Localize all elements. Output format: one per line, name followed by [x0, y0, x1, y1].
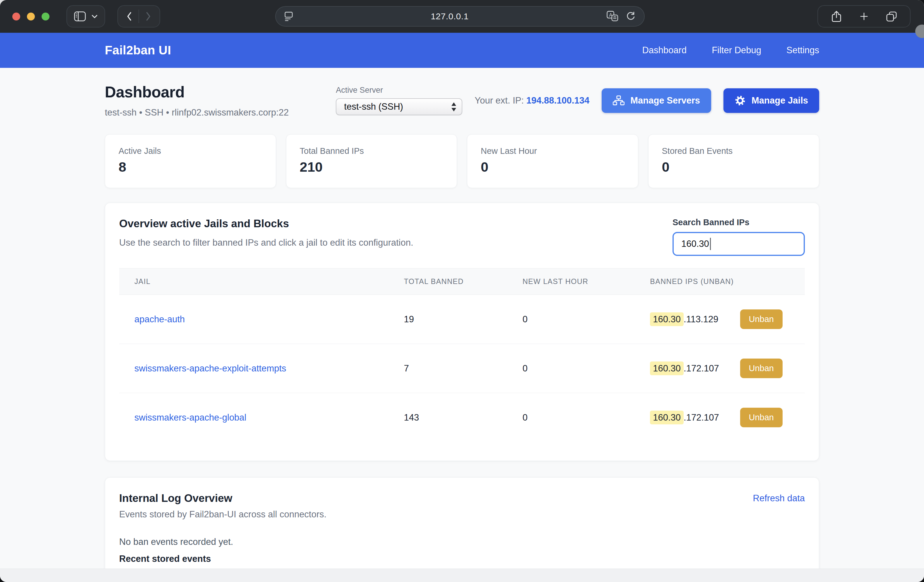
page-content: Dashboard test-ssh • SSH • rlinfp02.swis…	[0, 68, 924, 569]
stat-label: Stored Ban Events	[662, 146, 806, 156]
external-ip: Your ext. IP: 194.88.100.134	[475, 95, 589, 106]
ip-highlight: 160.30	[650, 411, 684, 424]
jails-table: JAIL TOTAL BANNED NEW LAST HOUR BANNED I…	[119, 268, 805, 442]
banned-ip: 160.30.172.107	[650, 413, 719, 423]
jail-link[interactable]: swissmakers-apache-exploit-attempts	[134, 363, 286, 373]
nav-link-settings[interactable]: Settings	[786, 45, 819, 56]
search-banned-ips-input[interactable]: 160.30	[673, 232, 805, 256]
manage-jails-button[interactable]: Manage Jails	[723, 88, 819, 113]
ip-rest: .172.107	[684, 413, 719, 423]
recent-stored-events-title: Recent stored events	[119, 554, 805, 564]
translate-icon[interactable]: A	[607, 11, 618, 22]
col-header-banned-ips: BANNED IPS (UNBAN)	[643, 268, 805, 295]
ip-rest: .113.129	[684, 314, 718, 324]
external-ip-value[interactable]: 194.88.100.134	[526, 95, 590, 105]
external-ip-label: Your ext. IP:	[475, 95, 524, 105]
ip-highlight: 160.30	[650, 362, 684, 375]
tab-overview-icon[interactable]	[886, 11, 897, 22]
ip-highlight: 160.30	[650, 312, 684, 326]
logs-description: Events stored by Fail2ban-UI across all …	[119, 509, 805, 520]
traffic-lights	[12, 13, 50, 20]
no-ban-events-text: No ban events recorded yet.	[119, 537, 805, 547]
table-row: swissmakers-apache-global 143 0 160.30.1…	[119, 393, 805, 442]
titlebar-right-group	[817, 5, 911, 28]
search-banned-ips-label: Search Banned IPs	[673, 218, 805, 227]
zoom-window-button[interactable]	[41, 13, 50, 20]
ip-rest: .172.107	[684, 363, 719, 373]
stat-card-total-banned: Total Banned IPs 210	[286, 134, 457, 188]
nav-link-filter-debug[interactable]: Filter Debug	[712, 45, 761, 56]
chevron-down-icon[interactable]	[92, 14, 97, 18]
banned-ip: 160.30.172.107	[650, 363, 719, 374]
stat-card-stored-events: Stored Ban Events 0	[648, 134, 820, 188]
active-server-value: test-ssh (SSH)	[344, 102, 451, 112]
stat-label: Active Jails	[119, 146, 262, 156]
page-subtitle: test-ssh • SSH • rlinfp02.swissmakers.co…	[105, 107, 289, 118]
table-header-row: JAIL TOTAL BANNED NEW LAST HOUR BANNED I…	[119, 268, 805, 295]
manage-servers-button[interactable]: Manage Servers	[602, 88, 711, 113]
window-bottom-strip	[0, 569, 924, 582]
forward-icon[interactable]	[139, 12, 157, 21]
sidebar-icon[interactable]	[74, 12, 86, 21]
table-row: swissmakers-apache-exploit-attempts 7 0 …	[119, 344, 805, 393]
unban-button[interactable]: Unban	[740, 309, 782, 329]
history-nav-group	[117, 5, 160, 28]
page-header: Dashboard test-ssh • SSH • rlinfp02.swis…	[105, 83, 819, 118]
stat-card-active-jails: Active Jails 8	[105, 134, 276, 188]
sidebar-toggle-group	[66, 5, 105, 28]
jails-overview-card: Overview active Jails and Blocks Use the…	[105, 203, 819, 461]
internal-log-card: Internal Log Overview Refresh data Event…	[105, 477, 819, 569]
browser-titlebar: 127.0.0.1 A	[0, 0, 924, 33]
total-banned-value: 7	[404, 363, 409, 373]
active-server-select[interactable]: test-ssh (SSH)	[336, 98, 462, 115]
url-text[interactable]: 127.0.0.1	[293, 12, 607, 21]
total-banned-value: 143	[404, 413, 419, 423]
browser-window: 127.0.0.1 A	[0, 0, 924, 582]
refresh-data-link[interactable]: Refresh data	[753, 493, 805, 504]
back-icon[interactable]	[120, 12, 139, 21]
table-row: apache-auth 19 0 160.30.113.129 Unban	[119, 295, 805, 344]
new-last-hour-value: 0	[523, 413, 528, 423]
col-header-new-last-hour: NEW LAST HOUR	[516, 268, 643, 295]
stat-value: 0	[481, 159, 624, 175]
logs-title: Internal Log Overview	[119, 492, 233, 505]
text-caret	[710, 238, 711, 250]
active-server-label: Active Server	[336, 86, 462, 95]
new-last-hour-value: 0	[523, 314, 528, 324]
nav-link-dashboard[interactable]: Dashboard	[642, 45, 686, 56]
manage-jails-label: Manage Jails	[752, 95, 808, 106]
close-window-button[interactable]	[12, 13, 20, 20]
page-title: Dashboard	[105, 83, 289, 101]
search-input-value: 160.30	[681, 238, 709, 249]
new-tab-icon[interactable]	[859, 12, 869, 21]
select-stepper-icon	[451, 102, 457, 112]
unban-button[interactable]: Unban	[740, 358, 782, 378]
jail-link[interactable]: swissmakers-apache-global	[134, 413, 246, 423]
overview-description: Use the search to filter banned IPs and …	[119, 237, 413, 248]
stat-card-new-last-hour: New Last Hour 0	[467, 134, 638, 188]
stat-value: 8	[119, 159, 262, 175]
share-icon[interactable]	[831, 10, 842, 23]
manage-servers-label: Manage Servers	[630, 95, 700, 106]
nav-links: Dashboard Filter Debug Settings	[642, 45, 819, 56]
jails-table-body: apache-auth 19 0 160.30.113.129 Unban sw…	[119, 295, 805, 442]
page-settings-icon[interactable]	[285, 12, 293, 21]
gear-icon	[734, 95, 746, 106]
banned-ip: 160.30.113.129	[650, 314, 718, 325]
stats-row: Active Jails 8 Total Banned IPs 210 New …	[105, 134, 819, 188]
address-bar[interactable]: 127.0.0.1 A	[275, 6, 645, 26]
sitemap-icon	[613, 95, 624, 106]
stat-value: 0	[662, 159, 806, 175]
stat-label: New Last Hour	[481, 146, 624, 156]
stat-value: 210	[300, 159, 444, 175]
minimize-window-button[interactable]	[27, 13, 35, 20]
brand-logo[interactable]: Fail2ban UI	[105, 43, 171, 58]
reload-icon[interactable]	[626, 12, 635, 21]
total-banned-value: 19	[404, 314, 414, 324]
overview-title: Overview active Jails and Blocks	[119, 218, 413, 230]
col-header-jail: JAIL	[119, 268, 397, 295]
unban-button[interactable]: Unban	[740, 408, 782, 427]
jail-link[interactable]: apache-auth	[134, 314, 185, 324]
stat-label: Total Banned IPs	[300, 146, 444, 156]
app-navbar: Fail2ban UI Dashboard Filter Debug Setti…	[0, 33, 924, 68]
